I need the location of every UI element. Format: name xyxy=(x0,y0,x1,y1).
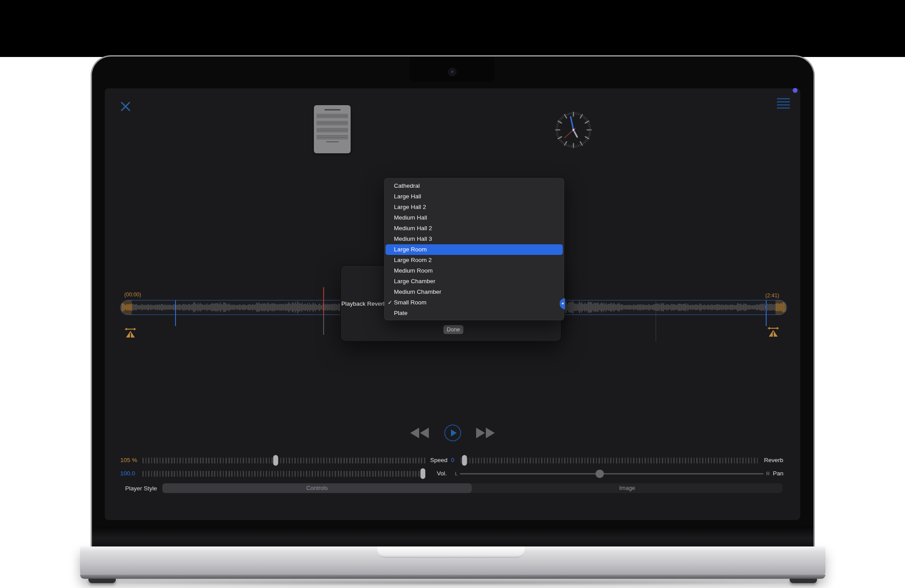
menu-item-label: Medium Room xyxy=(394,267,433,274)
notification-dot-icon xyxy=(793,88,798,93)
pan-left-label: L xyxy=(455,471,458,476)
webcam-glint xyxy=(451,71,453,73)
volume-value-label: 100.0 xyxy=(120,470,135,477)
reverb-slider[interactable] xyxy=(461,458,760,463)
menu-item-label: Small Room xyxy=(394,299,427,306)
menu-item-medium-room[interactable]: Medium Room xyxy=(385,266,564,276)
menu-item-label: Cathedral xyxy=(394,182,420,189)
pan-right-label: R xyxy=(766,471,770,476)
loop-end-marker[interactable] xyxy=(766,300,767,326)
sheet-title-line xyxy=(325,109,340,110)
laptop-hinge xyxy=(92,527,813,548)
segment-controls-label[interactable]: Controls xyxy=(162,483,472,493)
tempo-marker-start-icon[interactable] xyxy=(124,327,137,338)
section-marker xyxy=(656,301,656,342)
player-style-label: Player Style xyxy=(125,485,157,492)
player-style-segmented-control: Controls Image xyxy=(162,483,783,493)
playhead-marker-tail xyxy=(323,316,324,335)
track-end-time: (2:41) xyxy=(765,292,779,299)
menu-item-label: Large Room 2 xyxy=(394,257,432,263)
laptop-base-edge xyxy=(80,575,825,579)
menu-item-label: Medium Chamber xyxy=(394,288,441,295)
menu-item-medium-hall-3[interactable]: Medium Hall 3 xyxy=(385,234,564,244)
menu-item-label: Medium Hall xyxy=(394,214,427,221)
menu-item-label: Medium Hall 3 xyxy=(394,235,432,242)
pan-slider-thumb[interactable] xyxy=(596,470,604,478)
menu-item-label: Large Chamber xyxy=(394,278,435,285)
screenshot-stage: Const 4 repeats (00:00) (2:41) xyxy=(0,0,905,588)
menu-item-large-hall-2[interactable]: Large Hall 2 xyxy=(385,202,564,212)
menu-item-label: Large Room xyxy=(394,246,427,253)
segment-image-label[interactable]: Image xyxy=(472,483,783,493)
menu-item-small-room[interactable]: ✓Small Room xyxy=(385,297,564,308)
reverb-menu: CathedralLarge HallLarge Hall 2Medium Ha… xyxy=(384,178,564,320)
menu-item-medium-hall-2[interactable]: Medium Hall 2 xyxy=(385,223,564,234)
sheet-footer-line xyxy=(326,141,339,142)
tempo-value-label: 105 % xyxy=(120,457,137,463)
menu-item-plate[interactable]: Plate xyxy=(385,308,564,319)
volume-label: Vol. xyxy=(437,470,447,477)
stave-line xyxy=(317,128,348,132)
stave-line xyxy=(317,135,348,139)
pan-slider[interactable] xyxy=(460,473,764,474)
volume-slider[interactable] xyxy=(142,471,427,477)
menu-item-medium-chamber[interactable]: Medium Chamber xyxy=(385,287,564,297)
stave-line xyxy=(317,114,348,118)
laptop-lid-groove xyxy=(377,546,525,558)
tempo-slider[interactable] xyxy=(142,458,427,463)
menu-item-label: Large Hall xyxy=(394,193,421,200)
reverb-slider-thumb[interactable] xyxy=(462,455,467,466)
loop-start-marker[interactable] xyxy=(175,300,176,326)
play-icon xyxy=(451,429,457,436)
fast-forward-button[interactable] xyxy=(475,427,496,439)
menu-item-large-room[interactable]: Large Room xyxy=(386,244,563,255)
speed-value: 0 xyxy=(451,457,454,463)
reverb-label: Reverb xyxy=(764,457,783,463)
waveform-start-cap xyxy=(121,300,132,315)
speed-label: Speed xyxy=(430,457,447,463)
checkmark-icon: ✓ xyxy=(388,297,394,308)
pan-label: Pan xyxy=(773,470,783,477)
menu-icon[interactable] xyxy=(777,97,790,109)
menu-item-label: Medium Hall 2 xyxy=(394,225,432,231)
playback-reverb-label: Playback Reverb xyxy=(341,300,386,307)
analog-clock xyxy=(555,111,592,148)
menu-item-large-room-2[interactable]: Large Room 2 xyxy=(385,255,564,266)
sheet-music-thumbnail[interactable] xyxy=(314,105,351,153)
menu-item-large-hall[interactable]: Large Hall xyxy=(385,191,564,202)
menu-item-medium-hall[interactable]: Medium Hall xyxy=(385,212,564,223)
rewind-button[interactable] xyxy=(409,427,430,439)
tempo-slider-thumb[interactable] xyxy=(273,455,278,466)
play-button[interactable] xyxy=(444,425,461,441)
stave-line xyxy=(317,121,348,125)
menu-item-cathedral[interactable]: Cathedral xyxy=(385,181,564,191)
menu-item-label: Large Hall 2 xyxy=(394,204,426,210)
close-icon[interactable] xyxy=(120,101,131,112)
menu-item-large-chamber[interactable]: Large Chamber xyxy=(385,276,564,287)
done-button[interactable]: Done xyxy=(443,325,463,334)
music-player-app: Const 4 repeats (00:00) (2:41) xyxy=(105,88,800,520)
playhead-marker[interactable] xyxy=(323,287,324,316)
volume-slider-thumb[interactable] xyxy=(420,468,425,479)
tempo-marker-end-icon[interactable] xyxy=(767,326,779,337)
menu-item-label: Plate xyxy=(394,310,408,316)
track-start-time: (00:00) xyxy=(124,292,141,298)
laptop-shadow xyxy=(66,580,839,586)
background-top-band xyxy=(0,0,905,57)
